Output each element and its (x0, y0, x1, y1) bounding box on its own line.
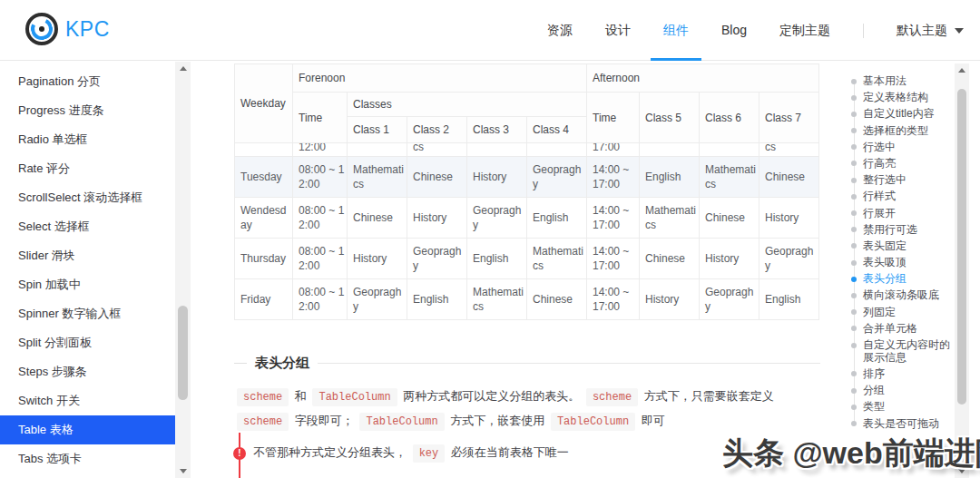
table-row-wendesday[interactable]: Wendesday08:00 ~ 12:00ChineseHistoryGeop… (235, 198, 819, 239)
sidebar-item-spinner[interactable]: Spinner 数字输入框 (0, 299, 175, 328)
cell: Geopraghy (407, 239, 467, 279)
sidebar-item-tabs[interactable]: Tabs 选项卡 (0, 444, 175, 473)
col-header-class-7: Class 7 (760, 93, 819, 143)
sidebar-item-pagination[interactable]: Pagination 分页 (0, 67, 175, 96)
section-heading: 表头分组 (234, 355, 820, 372)
cell: Chinese (760, 157, 819, 198)
cell: Chinese (348, 198, 407, 239)
section-title: 表头分组 (255, 355, 309, 372)
sidebar-item-scrollselect[interactable]: ScrollSelect 滚动选择框 (0, 183, 175, 212)
sidebar-scrollbar-thumb[interactable] (178, 306, 188, 400)
scroll-down-icon[interactable] (958, 469, 965, 473)
toc-item-4[interactable]: 行选中 (851, 141, 958, 154)
theme-selector-label: 默认主题 (897, 23, 947, 39)
cell: 14:00 ~ 17:00 (587, 239, 640, 279)
cell: History (700, 239, 760, 279)
col-header-afternoon: Afternoon (587, 64, 819, 93)
col-header-class-6: Class 6 (700, 93, 760, 143)
toc-item-8[interactable]: 行展开 (851, 208, 958, 220)
toc-item-16[interactable]: 自定义无内容时的展示信息 (851, 339, 958, 365)
toc-item-2[interactable]: 自定义title内容 (851, 108, 958, 121)
text-run: 和 (291, 389, 309, 403)
cell: Friday (235, 279, 293, 320)
nav-item-components[interactable]: 组件 (663, 0, 689, 61)
nav-item-custom-theme[interactable]: 定制主题 (779, 0, 830, 61)
sidebar-item-radio[interactable]: Radio 单选框 (0, 125, 175, 154)
nav-item-blog[interactable]: Blog (721, 0, 747, 61)
col-header-weekday: Weekday (235, 64, 293, 143)
cell (467, 143, 527, 157)
cell: cs (760, 143, 819, 157)
inline-code: TableColumn (359, 413, 444, 431)
toc-item-13[interactable]: 横向滚动条吸底 (851, 289, 958, 302)
kpc-logo-text: KPC (65, 17, 110, 42)
sidebar-item-progress[interactable]: Progress 进度条 (0, 96, 175, 125)
sidebar-item-select[interactable]: Select 选择框 (0, 212, 175, 241)
cell: History (407, 198, 467, 239)
toc-item-7[interactable]: 行样式 (851, 190, 958, 203)
sidebar-item-slider[interactable]: Slider 滑块 (0, 241, 175, 270)
cell: 14:00 ~ 17:00 (587, 157, 640, 198)
toc-item-20[interactable]: 表头是否可拖动 (851, 418, 958, 431)
toc-item-0[interactable]: 基本用法 (851, 75, 958, 88)
heading-rule (318, 363, 820, 364)
inline-code: scheme (586, 388, 638, 406)
sidebar-scrollbar[interactable] (175, 62, 191, 478)
theme-selector[interactable]: 默认主题 (897, 23, 964, 39)
toc-item-6[interactable]: 整行选中 (851, 174, 958, 187)
col-header-class-4: Class 4 (527, 117, 587, 143)
sidebar-item-switch[interactable]: Switch 开关 (0, 386, 175, 415)
cell: Geopraghy (760, 239, 819, 279)
scroll-down-icon[interactable] (180, 469, 187, 473)
cell: English (527, 198, 587, 239)
toc-scrollbar[interactable] (955, 63, 969, 478)
warning-note: ! 不管那种方式定义分组表头， key 必须在当前表格下唯一 (234, 433, 815, 478)
text-run: 两种方式都可以定义分组的表头。 (400, 389, 583, 403)
cell: Mathematics (348, 157, 407, 198)
col-header-time-am: Time (293, 93, 348, 143)
toc-item-1[interactable]: 定义表格结构 (851, 92, 958, 104)
cell: 14:00 ~ 17:00 (587, 279, 640, 320)
toc-item-15[interactable]: 合并单元格 (851, 323, 958, 336)
kpc-logo[interactable]: KPC (25, 13, 110, 45)
nav-item-design[interactable]: 设计 (605, 0, 631, 61)
cell: 08:00 ~ 12:00 (293, 157, 348, 198)
sidebar-item-table[interactable]: Table 表格 (0, 415, 175, 444)
cell: Mathematics (640, 198, 700, 239)
cell: 17:00 (587, 143, 640, 157)
toc-item-14[interactable]: 列固定 (851, 307, 958, 319)
text-run: 不管那种方式定义分组表头， (253, 445, 410, 459)
nav-items: 资源设计组件Blog定制主题 (547, 0, 830, 61)
table-row-tuesday[interactable]: Tuesday08:00 ~ 12:00MathematicsChineseHi… (235, 157, 819, 198)
table-row-friday[interactable]: Friday08:00 ~ 12:00GeopraghyEnglishMathe… (235, 279, 819, 320)
text-run: 字段即可； (291, 414, 357, 427)
component-list: Pagination 分页Progress 进度条Radio 单选框Rate 评… (0, 62, 175, 473)
toc-item-11[interactable]: 表头吸顶 (851, 257, 958, 269)
toc-scrollbar-thumb[interactable] (957, 89, 966, 405)
toc-item-9[interactable]: 禁用行可选 (851, 224, 958, 237)
cell: 14:00 ~ 17:00 (587, 198, 640, 239)
cell: Geopraghy (700, 279, 760, 320)
sidebar-item-split[interactable]: Split 分割面板 (0, 328, 175, 357)
sidebar-item-steps[interactable]: Steps 步骤条 (0, 357, 175, 386)
cell: Geopraghy (467, 198, 527, 239)
toc-item-19[interactable]: 类型 (851, 401, 958, 414)
doc-section: 表头分组 scheme 和 TableColumn 两种方式都可以定义分组的表头… (234, 355, 820, 433)
inline-code: scheme (237, 413, 289, 431)
inline-code: TableColumn (551, 413, 635, 431)
toc-item-18[interactable]: 分组 (851, 385, 958, 397)
table-row-thursday[interactable]: Thursday08:00 ~ 12:00HistoryGeopraghyEng… (235, 239, 819, 279)
toc-item-5[interactable]: 行高亮 (851, 158, 958, 171)
toc-item-12[interactable]: 表头分组 (851, 273, 958, 286)
cell: Chinese (700, 198, 760, 239)
toc-item-10[interactable]: 表头固定 (851, 240, 958, 253)
sidebar-item-spin[interactable]: Spin 加载中 (0, 270, 175, 299)
scroll-up-icon[interactable] (180, 66, 187, 71)
toc-item-3[interactable]: 选择框的类型 (851, 125, 958, 138)
sidebar-item-rate[interactable]: Rate 评分 (0, 154, 175, 183)
cell (527, 143, 587, 157)
cell: cs (407, 143, 467, 157)
nav-item-resources[interactable]: 资源 (547, 0, 573, 61)
toc-item-17[interactable]: 排序 (851, 368, 958, 381)
scroll-up-icon[interactable] (958, 68, 965, 73)
